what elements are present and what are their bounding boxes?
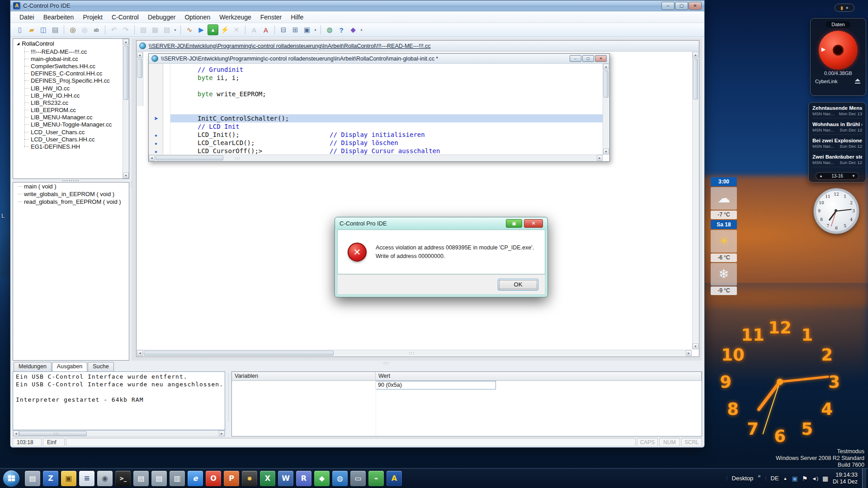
dialog-capture-button[interactable]: ▣ [506, 219, 522, 228]
taskbar-app-z-icon[interactable]: Z [43, 471, 58, 486]
gutter-icon[interactable] [149, 147, 163, 155]
news-feed-gadget[interactable]: Zehntausende Mensc... MSN Nac... Mon Dec… [808, 102, 866, 183]
menu-item[interactable]: Optionen [180, 12, 215, 22]
run-icon[interactable]: ▶ [196, 24, 207, 35]
variable-value-field[interactable]: 90 (0x5a) [376, 381, 496, 389]
eject-icon[interactable] [854, 79, 861, 84]
gutter-icon[interactable] [149, 74, 163, 82]
taskbar-cmd-icon[interactable]: >_ [115, 471, 131, 486]
menu-item[interactable]: Debugger [143, 12, 180, 22]
scroll-left-icon[interactable]: ◄ [13, 431, 19, 436]
output-variables-splitter[interactable]: ∶∶∶∶∶∶∶∶∶∶∶∶∶∶∶∶∶∶ [227, 373, 230, 435]
output-hscrollbar[interactable]: ◄ ► ∶∶∶ [13, 430, 225, 436]
toolbar-grip[interactable]: ∶∶ [765, 476, 766, 481]
tray-app-icon[interactable]: ▣ [792, 475, 798, 482]
readme-hscrollbar[interactable]: ◄ ► ∶∶∶ [137, 350, 692, 356]
taskbar-remote-icon[interactable]: ▭ [350, 471, 366, 486]
scroll-up-icon[interactable]: ▲ [603, 64, 609, 70]
browser-icon[interactable]: ◍ [324, 24, 335, 35]
program-upload-icon[interactable]: ▲ [208, 24, 218, 35]
paste-icon[interactable]: ▨ [161, 24, 172, 35]
variables-column-header[interactable]: Variablen [232, 372, 376, 380]
menu-item[interactable]: Projekt [78, 12, 107, 22]
scroll-left-icon[interactable]: ◄ [137, 350, 143, 356]
tray-flag-icon[interactable]: ⚑ [802, 475, 808, 482]
taskbar-flash-tool-icon[interactable]: ◆ [314, 471, 330, 486]
panel-splitter[interactable]: ▪▪▪▪▪▪▪▪ [13, 179, 129, 182]
scroll-down-icon[interactable]: ▼ [603, 149, 609, 155]
taskbar-devices-icon[interactable]: ▤ [25, 471, 40, 486]
gutter-icon[interactable] [149, 82, 163, 90]
output-tab[interactable]: Ausgaben [52, 362, 87, 371]
tree-item[interactable]: EG1-DEFINES.HH [24, 143, 129, 150]
taskbar-excel-icon[interactable]: X [260, 471, 275, 486]
taskbar-internet-explorer-icon[interactable]: e [188, 471, 203, 486]
function-item[interactable]: read_globals_from_EEPROM ( void ) [13, 198, 129, 206]
taskbar-printer2-icon[interactable]: ▤ [151, 471, 167, 486]
undo-icon[interactable]: ↶ [108, 24, 119, 35]
open-file-icon[interactable]: ▰ [26, 24, 37, 35]
debug-icon[interactable]: ⚡ [219, 24, 230, 35]
tree-item[interactable]: LIB_MENU-Toggle-Manager.cc [24, 121, 129, 128]
gutter-icon[interactable] [149, 106, 163, 114]
weather-gadget[interactable]: 3:00☁-7 °CSa 18☀-6 °C❄-9 °C [711, 177, 737, 296]
variable-row[interactable]: 90 (0x5a) [232, 381, 702, 389]
tree-root[interactable]: ◢ RollaControl [13, 39, 129, 47]
taskbar-explorer-icon[interactable]: ▣ [61, 471, 76, 486]
function-item[interactable]: main ( void ) [13, 183, 129, 190]
find-in-files-icon[interactable]: ◎ [79, 24, 90, 35]
taskbar-c-control-icon[interactable]: A [387, 471, 402, 486]
gadget-add-icon[interactable]: + [846, 5, 849, 10]
window-arrange-icon[interactable]: ▣ [302, 24, 312, 35]
news-item[interactable]: Bei zwei Explosionen... MSN Nac... Sun D… [812, 138, 862, 151]
gadget-toolbar[interactable]: ▮ + [835, 4, 854, 12]
news-headline[interactable]: Bei zwei Explosionen... [812, 138, 862, 143]
taskbar-disc-icon[interactable]: ◉ [97, 471, 113, 486]
toolbar-grip[interactable]: ∶∶ [726, 476, 727, 481]
editor-vscrollbar[interactable]: ▲ ▼ [603, 64, 609, 155]
code-editor[interactable]: // Grundinit byte ii, i; [149, 64, 603, 155]
taskbar-word-icon[interactable]: W [278, 471, 293, 486]
tray-volume-icon[interactable]: ◄) [811, 476, 818, 481]
scroll-thumb[interactable] [156, 155, 223, 160]
scroll-left-icon[interactable]: ◄ [149, 155, 155, 161]
mdi-left-scrollbar[interactable]: ▲ [137, 52, 143, 106]
news-item[interactable]: Wohnhaus in Brühl e... MSN Nac... Sun De… [812, 122, 862, 135]
news-item[interactable]: Zwei Bankräuber ste... MSN Nac... Sun De… [812, 154, 862, 167]
output-console[interactable]: Ein USB C-Control Interface wurde entfer… [13, 371, 225, 430]
maximize-button[interactable]: ▢ [675, 2, 688, 10]
taskbar-notepad-icon[interactable]: ≡ [79, 471, 94, 486]
taskbar-fax-icon[interactable]: ▥ [170, 471, 185, 486]
readme-vscrollbar[interactable]: ▲ ▼ [692, 52, 698, 349]
cd-disc-icon[interactable]: ▶ [819, 31, 858, 70]
about-icon[interactable]: ◆ [348, 24, 359, 35]
new-file-icon[interactable]: ▯ [14, 24, 25, 35]
menu-item[interactable]: Fenster [256, 12, 286, 22]
editor-window-readme[interactable]: \\SERVER-JO\Entwicklung\Programming\c-co… [136, 40, 699, 357]
autoformat-icon[interactable]: A [249, 24, 259, 35]
save-icon[interactable]: ◫ [38, 24, 49, 35]
start-button[interactable] [3, 470, 20, 487]
scroll-down-icon[interactable]: ▼ [123, 173, 129, 178]
menu-item[interactable]: Bearbeiten [39, 12, 79, 22]
cut-icon[interactable]: ▧ [138, 24, 149, 35]
child-close-button[interactable]: ✕ [595, 55, 607, 62]
scroll-right-icon[interactable]: ► [686, 350, 692, 356]
variable-name-cell[interactable] [232, 381, 376, 389]
news-item[interactable]: Zehntausende Mensc... MSN Nac... Mon Dec… [812, 105, 862, 118]
output-tab[interactable]: Suche [88, 362, 113, 371]
compile-icon[interactable]: ∿ [184, 24, 195, 35]
news-headline[interactable]: Zehntausende Mensc... [812, 105, 862, 111]
taskbar-powerpoint-icon[interactable]: P [224, 471, 239, 486]
dialog-titlebar[interactable]: C-Control Pro IDE ▣ ✕ [335, 217, 547, 230]
gutter-icon[interactable] [149, 66, 163, 74]
cd-drive-gadget[interactable]: Daten ▶ 0.00/4.38GB CyberLink [810, 18, 866, 96]
tree-expander-icon[interactable]: ◢ [17, 42, 19, 46]
tree-item[interactable]: LCD_User_Chars.HH.cc [24, 136, 129, 143]
scroll-thumb[interactable] [693, 59, 698, 99]
window-cascade-icon[interactable]: ⊟ [278, 24, 289, 35]
tray-network-icon[interactable]: ▦ [822, 475, 828, 482]
taskbar-lock-app-icon[interactable]: ● [242, 471, 257, 486]
tree-item[interactable]: !!!---READ-ME---!!!.cc [24, 48, 129, 55]
taskbar-opera-icon[interactable]: O [206, 471, 221, 486]
